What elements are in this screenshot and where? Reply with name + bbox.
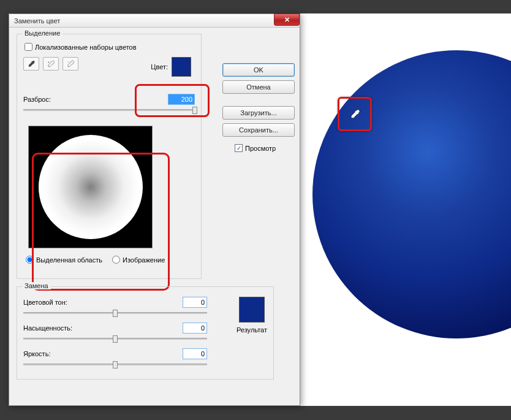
eyedropper-button[interactable] xyxy=(23,57,39,71)
saturation-group: Насыщенность: xyxy=(23,323,267,343)
hue-slider-thumb[interactable] xyxy=(113,310,118,317)
ok-button[interactable]: OK xyxy=(222,63,295,77)
cancel-button[interactable]: Отмена xyxy=(222,80,295,94)
preview-checkbox[interactable]: ✓ xyxy=(235,144,243,152)
buttons-column: OK Отмена Загрузить... Сохранить... ✓ Пр… xyxy=(222,63,295,152)
localized-colors-label: Локализованные наборы цветов xyxy=(35,44,137,51)
color-label: Цвет: xyxy=(151,63,168,71)
saturation-slider[interactable] xyxy=(23,335,207,343)
dialog-body: Выделение Локализованные наборы цветов +… xyxy=(9,28,300,405)
hue-group: Цветовой тон: xyxy=(23,297,267,318)
hue-slider[interactable] xyxy=(23,309,207,318)
result-label: Результат xyxy=(237,326,267,334)
lightness-slider[interactable] xyxy=(23,361,207,369)
scatter-label: Разброс: xyxy=(23,96,51,103)
eyedropper-add-icon: + xyxy=(47,59,55,68)
preview-highlight-annotation xyxy=(32,153,170,291)
titlebar[interactable]: Заменить цвет ✕ xyxy=(9,14,300,28)
saturation-slider-thumb[interactable] xyxy=(113,335,118,343)
selection-legend: Выделение xyxy=(22,29,62,37)
eyedropper-icon xyxy=(27,59,36,68)
replace-fieldset: Замена Цветовой тон: Насыщенность: xyxy=(17,286,274,380)
eyedropper-subtract-button[interactable]: − xyxy=(62,57,78,71)
close-icon: ✕ xyxy=(284,16,290,24)
selected-color-swatch[interactable] xyxy=(172,57,191,77)
eyedropper-row: + − Цвет: xyxy=(23,57,195,84)
save-button[interactable]: Сохранить... xyxy=(222,123,295,137)
preview-label: Просмотр xyxy=(245,145,276,152)
lightness-slider-thumb[interactable] xyxy=(113,361,118,368)
replace-legend: Замена xyxy=(22,282,51,289)
color-swatch-group: Цвет: xyxy=(151,57,191,77)
color-highlight-annotation xyxy=(135,84,210,117)
eyedropper-subtract-icon: − xyxy=(66,59,75,68)
svg-text:−: − xyxy=(67,60,69,64)
saturation-input[interactable] xyxy=(183,323,207,334)
lightness-label: Яркость: xyxy=(23,350,50,357)
svg-text:+: + xyxy=(48,60,50,64)
lightness-group: Яркость: xyxy=(23,348,267,369)
result-swatch-group: Результат xyxy=(237,297,267,334)
result-swatch[interactable] xyxy=(239,297,265,323)
load-button[interactable]: Загрузить... xyxy=(222,106,295,120)
localized-colors-checkbox[interactable] xyxy=(25,43,32,51)
lightness-input[interactable] xyxy=(183,348,207,359)
localized-colors-row[interactable]: Локализованные наборы цветов xyxy=(25,43,195,51)
preview-checkbox-row[interactable]: ✓ Просмотр xyxy=(235,144,295,152)
saturation-label: Насыщенность: xyxy=(23,324,72,332)
close-button[interactable]: ✕ xyxy=(274,13,300,26)
titlebar-text: Заменить цвет xyxy=(12,17,60,25)
replace-color-dialog: Заменить цвет ✕ Выделение Локализованные… xyxy=(9,13,300,406)
eyedropper-cursor-highlight xyxy=(338,97,372,131)
hue-label: Цветовой тон: xyxy=(23,299,67,306)
canvas-area xyxy=(300,13,511,406)
eyedropper-cursor-icon xyxy=(349,108,361,120)
document-circle xyxy=(312,50,511,338)
eyedropper-add-button[interactable]: + xyxy=(43,57,59,71)
hue-input[interactable] xyxy=(183,297,207,308)
